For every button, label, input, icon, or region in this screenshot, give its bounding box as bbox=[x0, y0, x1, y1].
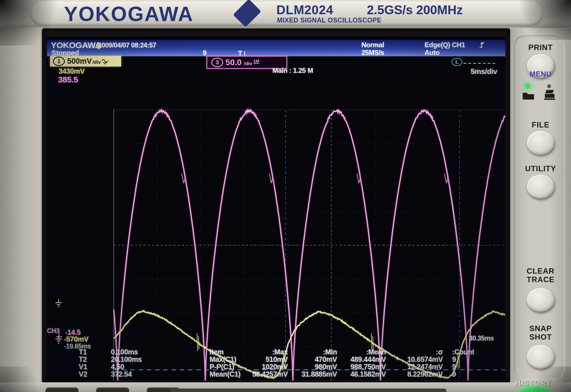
table-cell: 8.22962mV bbox=[377, 370, 443, 378]
snap-shot-button[interactable] bbox=[527, 345, 554, 369]
acquisition-count: 9 bbox=[203, 49, 206, 57]
level-marker-badge: L bbox=[452, 58, 496, 66]
brand-logo: YOKOGAWA bbox=[64, 2, 194, 26]
table-header-max: :Max bbox=[231, 348, 288, 356]
folder-icon bbox=[522, 90, 535, 100]
clear-trace-button[interactable] bbox=[527, 288, 554, 312]
channel1-scale-suffix: /div bbox=[92, 59, 101, 65]
ac-coupling-icon bbox=[101, 59, 109, 65]
sample-rate: 25MS/s bbox=[361, 49, 384, 57]
table-cell: 988.750mV bbox=[320, 363, 386, 371]
channel1-number-icon: 1 bbox=[53, 57, 65, 66]
table-header-item: Item bbox=[210, 348, 224, 356]
datetime: 2009/04/07 08:24:57 bbox=[98, 42, 156, 49]
menu-led-on bbox=[525, 84, 530, 89]
file-button[interactable] bbox=[527, 131, 554, 155]
lcd-screen: YOKOGAWA ◆ 2009/04/07 08:24:57 Stopped 9… bbox=[46, 36, 505, 381]
channel1-ground-marker-icon bbox=[55, 299, 62, 308]
table-cell: 9 bbox=[452, 370, 456, 378]
table-cell: 10.6574mV bbox=[377, 355, 443, 364]
cursor-t1-value: 0.100ms bbox=[111, 348, 138, 356]
print-label: PRINT bbox=[510, 43, 571, 52]
record-length-readout: Main : 1.25 M bbox=[272, 67, 313, 75]
front-panel-edge bbox=[171, 389, 446, 392]
top-bezel: YOKOGAWA DLM2024 2.5GS/s 200MHz MIXED SI… bbox=[0, 0, 571, 28]
channel1-scale-badge: 1 500mV /div bbox=[50, 56, 121, 67]
model-number: DLM2024 bbox=[276, 3, 333, 17]
snap-shot-label-line1: SNAP bbox=[510, 324, 571, 333]
side-button-panel: PRINT MENU FILE UTILITY CLEAR TRACE SNAP… bbox=[510, 28, 571, 383]
table-cell: 1020mV bbox=[231, 363, 288, 371]
file-label: FILE bbox=[510, 121, 571, 129]
table-header-count: :Count bbox=[452, 348, 474, 356]
table-cell: 12.2474mV bbox=[377, 363, 443, 371]
front-panel-button[interactable] bbox=[45, 387, 78, 392]
window-start-time: -19.65ms bbox=[64, 343, 91, 350]
front-panel-button[interactable] bbox=[96, 387, 129, 392]
table-cell: 46.1582mV bbox=[320, 370, 386, 378]
table-cell: 489.444mV bbox=[320, 355, 386, 364]
level-marker-dashes bbox=[464, 63, 496, 64]
model-subtitle: MIXED SIGNAL OSCILLOSCOPE bbox=[277, 16, 381, 24]
window-end-time: 30.35ms bbox=[469, 335, 494, 342]
cursor-v1-value: 4.50 bbox=[111, 363, 124, 371]
snap-shot-label-line2: SHOT bbox=[510, 333, 571, 342]
oscilloscope-front-panel: YOKOGAWA DLM2024 2.5GS/s 200MHz MIXED SI… bbox=[0, 0, 571, 392]
cursor-v1-label: V1 bbox=[79, 363, 87, 371]
utility-button[interactable] bbox=[527, 175, 554, 199]
cursor-t2-value: 20.100ms bbox=[111, 355, 142, 364]
channel3-scale: 50.0 bbox=[225, 58, 241, 67]
cursor-t1-label: T1 bbox=[79, 348, 87, 356]
printer-icon bbox=[544, 89, 556, 101]
table-cell: 9 bbox=[452, 363, 456, 371]
left-bezel bbox=[0, 27, 43, 392]
level-ground-marker-icon bbox=[55, 336, 62, 345]
menu-led-off bbox=[547, 84, 551, 88]
rising-edge-icon bbox=[479, 42, 485, 48]
channel3-impedance: 1M bbox=[253, 59, 259, 64]
clear-trace-label-line1: CLEAR bbox=[510, 267, 571, 276]
table-cell: 58.4257mV bbox=[231, 370, 288, 378]
channel3-number-icon: 3 bbox=[211, 58, 223, 67]
menu-label: MENU bbox=[510, 70, 571, 78]
channel1-scale: 500mV bbox=[67, 57, 92, 66]
level-marker-icon: L bbox=[452, 58, 462, 66]
status-bar: YOKOGAWA ◆ 2009/04/07 08:24:57 Stopped 9… bbox=[47, 40, 505, 56]
table-header-mean: :Mean bbox=[320, 348, 386, 356]
trigger-mode: Auto bbox=[425, 49, 440, 57]
cursor-v2-label: V2 bbox=[79, 370, 87, 378]
channel3-scale-suffix: /div bbox=[244, 61, 252, 67]
table-row-item: P-P(C1) bbox=[210, 363, 234, 371]
screen-brand-logo: YOKOGAWA bbox=[51, 40, 101, 50]
trigger-source: Edge(Q) CH1 bbox=[425, 41, 465, 49]
cursor-v2-value: 372.54 bbox=[111, 370, 132, 378]
model-specs: 2.5GS/s 200MHz bbox=[367, 3, 463, 17]
history-label: HISTORY bbox=[515, 379, 552, 388]
table-cell: 9 bbox=[452, 355, 456, 364]
channel3-readout: 385.5 bbox=[58, 75, 78, 84]
cursor-t2-label: T2 bbox=[79, 355, 87, 364]
utility-label: UTILITY bbox=[510, 164, 571, 173]
table-header-sigma: :σ bbox=[377, 348, 443, 356]
channel1-readout: 3430mV bbox=[59, 67, 85, 75]
level-readout: -570mV bbox=[64, 335, 88, 343]
clear-trace-label-line2: TRACE bbox=[510, 275, 571, 284]
timebase-readout: 5ms/div bbox=[471, 67, 497, 76]
screen-vignette bbox=[46, 36, 505, 381]
waveform-graticule bbox=[93, 73, 505, 381]
acquisition-mode: Normal bbox=[361, 41, 384, 49]
table-cell: 510mV bbox=[231, 355, 288, 364]
